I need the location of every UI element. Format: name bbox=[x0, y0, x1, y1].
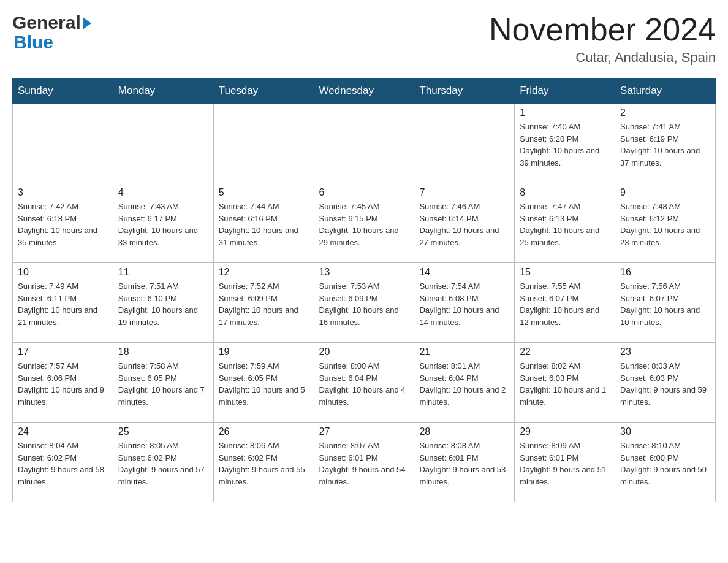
day-info: Sunrise: 7:45 AM Sunset: 6:15 PM Dayligh… bbox=[319, 201, 409, 248]
calendar-cell: 13Sunrise: 7:53 AM Sunset: 6:09 PM Dayli… bbox=[314, 263, 414, 343]
calendar-cell: 2Sunrise: 7:41 AM Sunset: 6:19 PM Daylig… bbox=[615, 104, 716, 183]
calendar-cell bbox=[213, 104, 314, 183]
header-monday: Monday bbox=[113, 79, 213, 104]
calendar-cell: 9Sunrise: 7:48 AM Sunset: 6:12 PM Daylig… bbox=[615, 183, 716, 263]
calendar-week-3: 17Sunrise: 7:57 AM Sunset: 6:06 PM Dayli… bbox=[13, 343, 716, 423]
calendar-cell: 29Sunrise: 8:09 AM Sunset: 6:01 PM Dayli… bbox=[515, 423, 615, 502]
day-info: Sunrise: 8:01 AM Sunset: 6:04 PM Dayligh… bbox=[419, 360, 509, 408]
day-number: 20 bbox=[319, 347, 409, 358]
day-number: 5 bbox=[219, 187, 309, 198]
calendar-week-4: 24Sunrise: 8:04 AM Sunset: 6:02 PM Dayli… bbox=[13, 423, 716, 502]
day-number: 18 bbox=[118, 347, 208, 358]
day-info: Sunrise: 7:49 AM Sunset: 6:11 PM Dayligh… bbox=[18, 280, 108, 328]
day-info: Sunrise: 7:56 AM Sunset: 6:07 PM Dayligh… bbox=[620, 280, 710, 328]
day-info: Sunrise: 7:51 AM Sunset: 6:10 PM Dayligh… bbox=[118, 280, 208, 328]
day-number: 6 bbox=[319, 187, 409, 198]
day-number: 26 bbox=[219, 426, 309, 437]
logo-triangle-icon bbox=[83, 17, 91, 29]
day-info: Sunrise: 8:07 AM Sunset: 6:01 PM Dayligh… bbox=[319, 440, 409, 488]
day-info: Sunrise: 7:40 AM Sunset: 6:20 PM Dayligh… bbox=[520, 121, 610, 169]
calendar-cell: 5Sunrise: 7:44 AM Sunset: 6:16 PM Daylig… bbox=[213, 183, 314, 263]
calendar-cell: 12Sunrise: 7:52 AM Sunset: 6:09 PM Dayli… bbox=[213, 263, 314, 343]
header-thursday: Thursday bbox=[414, 79, 515, 104]
day-number: 22 bbox=[520, 347, 610, 358]
logo-general-text: General bbox=[12, 12, 81, 33]
page-header: General Blue November 2024 Cutar, Andalu… bbox=[12, 12, 716, 66]
calendar-cell: 11Sunrise: 7:51 AM Sunset: 6:10 PM Dayli… bbox=[113, 263, 213, 343]
calendar-cell: 26Sunrise: 8:06 AM Sunset: 6:02 PM Dayli… bbox=[213, 423, 314, 502]
day-info: Sunrise: 7:53 AM Sunset: 6:09 PM Dayligh… bbox=[319, 280, 409, 328]
day-number: 29 bbox=[520, 426, 610, 437]
day-number: 19 bbox=[219, 347, 309, 358]
day-number: 23 bbox=[620, 347, 710, 358]
calendar-cell: 4Sunrise: 7:43 AM Sunset: 6:17 PM Daylig… bbox=[113, 183, 213, 263]
day-number: 8 bbox=[520, 187, 610, 198]
day-number: 12 bbox=[219, 267, 309, 278]
day-info: Sunrise: 8:04 AM Sunset: 6:02 PM Dayligh… bbox=[18, 440, 108, 488]
day-number: 15 bbox=[520, 267, 610, 278]
calendar-cell: 20Sunrise: 8:00 AM Sunset: 6:04 PM Dayli… bbox=[314, 343, 414, 423]
calendar-cell: 7Sunrise: 7:46 AM Sunset: 6:14 PM Daylig… bbox=[414, 183, 515, 263]
day-number: 11 bbox=[118, 267, 208, 278]
calendar-cell: 8Sunrise: 7:47 AM Sunset: 6:13 PM Daylig… bbox=[515, 183, 615, 263]
calendar-cell bbox=[113, 104, 213, 183]
day-number: 14 bbox=[419, 267, 509, 278]
day-info: Sunrise: 8:06 AM Sunset: 6:02 PM Dayligh… bbox=[219, 440, 309, 488]
calendar-week-2: 10Sunrise: 7:49 AM Sunset: 6:11 PM Dayli… bbox=[13, 263, 716, 343]
day-number: 7 bbox=[419, 187, 509, 198]
day-number: 17 bbox=[18, 347, 108, 358]
location-text: Cutar, Andalusia, Spain bbox=[489, 50, 716, 66]
calendar-cell: 27Sunrise: 8:07 AM Sunset: 6:01 PM Dayli… bbox=[314, 423, 414, 502]
calendar-cell bbox=[414, 104, 515, 183]
day-info: Sunrise: 8:03 AM Sunset: 6:03 PM Dayligh… bbox=[620, 360, 710, 408]
day-info: Sunrise: 7:54 AM Sunset: 6:08 PM Dayligh… bbox=[419, 280, 509, 328]
calendar-cell: 28Sunrise: 8:08 AM Sunset: 6:01 PM Dayli… bbox=[414, 423, 515, 502]
day-number: 28 bbox=[419, 426, 509, 437]
day-number: 1 bbox=[520, 107, 610, 118]
day-number: 27 bbox=[319, 426, 409, 437]
calendar-cell: 23Sunrise: 8:03 AM Sunset: 6:03 PM Dayli… bbox=[615, 343, 716, 423]
day-number: 30 bbox=[620, 426, 710, 437]
day-info: Sunrise: 8:00 AM Sunset: 6:04 PM Dayligh… bbox=[319, 360, 409, 408]
calendar-cell: 6Sunrise: 7:45 AM Sunset: 6:15 PM Daylig… bbox=[314, 183, 414, 263]
calendar-cell: 24Sunrise: 8:04 AM Sunset: 6:02 PM Dayli… bbox=[13, 423, 113, 502]
calendar-cell: 21Sunrise: 8:01 AM Sunset: 6:04 PM Dayli… bbox=[414, 343, 515, 423]
logo: General Blue bbox=[12, 12, 91, 53]
calendar-cell: 22Sunrise: 8:02 AM Sunset: 6:03 PM Dayli… bbox=[515, 343, 615, 423]
day-info: Sunrise: 7:48 AM Sunset: 6:12 PM Dayligh… bbox=[620, 201, 710, 248]
day-number: 25 bbox=[118, 426, 208, 437]
day-number: 3 bbox=[18, 187, 108, 198]
day-number: 21 bbox=[419, 347, 509, 358]
header-saturday: Saturday bbox=[615, 79, 716, 104]
calendar-cell: 15Sunrise: 7:55 AM Sunset: 6:07 PM Dayli… bbox=[515, 263, 615, 343]
day-info: Sunrise: 7:52 AM Sunset: 6:09 PM Dayligh… bbox=[219, 280, 309, 328]
logo-blue-text: Blue bbox=[13, 32, 53, 53]
calendar-cell: 16Sunrise: 7:56 AM Sunset: 6:07 PM Dayli… bbox=[615, 263, 716, 343]
day-number: 24 bbox=[18, 426, 108, 437]
header-sunday: Sunday bbox=[13, 79, 113, 104]
calendar-cell: 19Sunrise: 7:59 AM Sunset: 6:05 PM Dayli… bbox=[213, 343, 314, 423]
day-number: 4 bbox=[118, 187, 208, 198]
day-info: Sunrise: 8:10 AM Sunset: 6:00 PM Dayligh… bbox=[620, 440, 710, 488]
calendar-cell: 10Sunrise: 7:49 AM Sunset: 6:11 PM Dayli… bbox=[13, 263, 113, 343]
header-wednesday: Wednesday bbox=[314, 79, 414, 104]
day-info: Sunrise: 7:55 AM Sunset: 6:07 PM Dayligh… bbox=[520, 280, 610, 328]
calendar-cell bbox=[314, 104, 414, 183]
header-tuesday: Tuesday bbox=[213, 79, 314, 104]
day-info: Sunrise: 7:47 AM Sunset: 6:13 PM Dayligh… bbox=[520, 201, 610, 248]
calendar-cell bbox=[13, 104, 113, 183]
day-number: 16 bbox=[620, 267, 710, 278]
day-info: Sunrise: 7:58 AM Sunset: 6:05 PM Dayligh… bbox=[118, 360, 208, 408]
day-info: Sunrise: 7:42 AM Sunset: 6:18 PM Dayligh… bbox=[18, 201, 108, 248]
day-info: Sunrise: 7:46 AM Sunset: 6:14 PM Dayligh… bbox=[419, 201, 509, 248]
day-info: Sunrise: 7:41 AM Sunset: 6:19 PM Dayligh… bbox=[620, 121, 710, 169]
day-number: 10 bbox=[18, 267, 108, 278]
calendar-cell: 18Sunrise: 7:58 AM Sunset: 6:05 PM Dayli… bbox=[113, 343, 213, 423]
day-info: Sunrise: 8:05 AM Sunset: 6:02 PM Dayligh… bbox=[118, 440, 208, 488]
calendar-week-1: 3Sunrise: 7:42 AM Sunset: 6:18 PM Daylig… bbox=[13, 183, 716, 263]
day-info: Sunrise: 7:44 AM Sunset: 6:16 PM Dayligh… bbox=[219, 201, 309, 248]
month-title: November 2024 bbox=[489, 12, 716, 47]
calendar-cell: 17Sunrise: 7:57 AM Sunset: 6:06 PM Dayli… bbox=[13, 343, 113, 423]
day-info: Sunrise: 8:09 AM Sunset: 6:01 PM Dayligh… bbox=[520, 440, 610, 488]
day-info: Sunrise: 7:59 AM Sunset: 6:05 PM Dayligh… bbox=[219, 360, 309, 408]
